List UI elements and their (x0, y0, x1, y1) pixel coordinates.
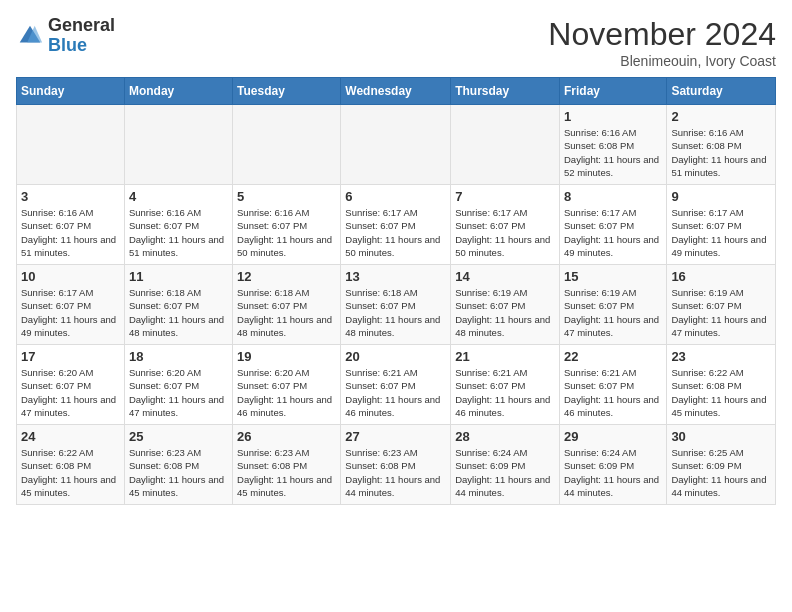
day-cell: 22Sunrise: 6:21 AM Sunset: 6:07 PM Dayli… (559, 345, 666, 425)
logo-text: General Blue (48, 16, 115, 56)
location: Blenimeouin, Ivory Coast (548, 53, 776, 69)
day-cell: 15Sunrise: 6:19 AM Sunset: 6:07 PM Dayli… (559, 265, 666, 345)
day-info: Sunrise: 6:17 AM Sunset: 6:07 PM Dayligh… (21, 286, 120, 339)
logo: General Blue (16, 16, 115, 56)
day-info: Sunrise: 6:16 AM Sunset: 6:07 PM Dayligh… (21, 206, 120, 259)
col-header-monday: Monday (124, 78, 232, 105)
day-info: Sunrise: 6:16 AM Sunset: 6:08 PM Dayligh… (564, 126, 662, 179)
day-info: Sunrise: 6:23 AM Sunset: 6:08 PM Dayligh… (237, 446, 336, 499)
day-number: 11 (129, 269, 228, 284)
week-row-1: 1Sunrise: 6:16 AM Sunset: 6:08 PM Daylig… (17, 105, 776, 185)
day-number: 14 (455, 269, 555, 284)
day-cell: 13Sunrise: 6:18 AM Sunset: 6:07 PM Dayli… (341, 265, 451, 345)
day-number: 1 (564, 109, 662, 124)
page-header: General Blue November 2024 Blenimeouin, … (16, 16, 776, 69)
day-cell: 11Sunrise: 6:18 AM Sunset: 6:07 PM Dayli… (124, 265, 232, 345)
day-cell (17, 105, 125, 185)
day-number: 28 (455, 429, 555, 444)
calendar-table: SundayMondayTuesdayWednesdayThursdayFrid… (16, 77, 776, 505)
day-number: 9 (671, 189, 771, 204)
day-number: 21 (455, 349, 555, 364)
day-cell: 16Sunrise: 6:19 AM Sunset: 6:07 PM Dayli… (667, 265, 776, 345)
day-info: Sunrise: 6:16 AM Sunset: 6:08 PM Dayligh… (671, 126, 771, 179)
col-header-sunday: Sunday (17, 78, 125, 105)
col-header-saturday: Saturday (667, 78, 776, 105)
day-cell: 17Sunrise: 6:20 AM Sunset: 6:07 PM Dayli… (17, 345, 125, 425)
day-number: 22 (564, 349, 662, 364)
day-cell: 18Sunrise: 6:20 AM Sunset: 6:07 PM Dayli… (124, 345, 232, 425)
day-cell: 30Sunrise: 6:25 AM Sunset: 6:09 PM Dayli… (667, 425, 776, 505)
day-cell: 7Sunrise: 6:17 AM Sunset: 6:07 PM Daylig… (451, 185, 560, 265)
day-cell: 2Sunrise: 6:16 AM Sunset: 6:08 PM Daylig… (667, 105, 776, 185)
day-info: Sunrise: 6:17 AM Sunset: 6:07 PM Dayligh… (455, 206, 555, 259)
week-row-2: 3Sunrise: 6:16 AM Sunset: 6:07 PM Daylig… (17, 185, 776, 265)
day-number: 19 (237, 349, 336, 364)
day-cell: 14Sunrise: 6:19 AM Sunset: 6:07 PM Dayli… (451, 265, 560, 345)
day-info: Sunrise: 6:19 AM Sunset: 6:07 PM Dayligh… (564, 286, 662, 339)
day-number: 15 (564, 269, 662, 284)
day-number: 25 (129, 429, 228, 444)
day-info: Sunrise: 6:23 AM Sunset: 6:08 PM Dayligh… (345, 446, 446, 499)
day-info: Sunrise: 6:22 AM Sunset: 6:08 PM Dayligh… (671, 366, 771, 419)
day-cell: 27Sunrise: 6:23 AM Sunset: 6:08 PM Dayli… (341, 425, 451, 505)
day-cell: 24Sunrise: 6:22 AM Sunset: 6:08 PM Dayli… (17, 425, 125, 505)
day-info: Sunrise: 6:21 AM Sunset: 6:07 PM Dayligh… (564, 366, 662, 419)
day-cell (341, 105, 451, 185)
day-cell: 6Sunrise: 6:17 AM Sunset: 6:07 PM Daylig… (341, 185, 451, 265)
week-row-5: 24Sunrise: 6:22 AM Sunset: 6:08 PM Dayli… (17, 425, 776, 505)
day-info: Sunrise: 6:24 AM Sunset: 6:09 PM Dayligh… (455, 446, 555, 499)
day-number: 17 (21, 349, 120, 364)
col-header-tuesday: Tuesday (233, 78, 341, 105)
day-number: 20 (345, 349, 446, 364)
day-cell: 4Sunrise: 6:16 AM Sunset: 6:07 PM Daylig… (124, 185, 232, 265)
col-header-wednesday: Wednesday (341, 78, 451, 105)
day-info: Sunrise: 6:18 AM Sunset: 6:07 PM Dayligh… (345, 286, 446, 339)
day-info: Sunrise: 6:20 AM Sunset: 6:07 PM Dayligh… (21, 366, 120, 419)
day-number: 27 (345, 429, 446, 444)
day-number: 30 (671, 429, 771, 444)
col-header-friday: Friday (559, 78, 666, 105)
day-info: Sunrise: 6:25 AM Sunset: 6:09 PM Dayligh… (671, 446, 771, 499)
day-cell: 10Sunrise: 6:17 AM Sunset: 6:07 PM Dayli… (17, 265, 125, 345)
calendar-header-row: SundayMondayTuesdayWednesdayThursdayFrid… (17, 78, 776, 105)
day-cell (233, 105, 341, 185)
day-cell: 25Sunrise: 6:23 AM Sunset: 6:08 PM Dayli… (124, 425, 232, 505)
day-number: 10 (21, 269, 120, 284)
col-header-thursday: Thursday (451, 78, 560, 105)
day-number: 5 (237, 189, 336, 204)
day-cell: 9Sunrise: 6:17 AM Sunset: 6:07 PM Daylig… (667, 185, 776, 265)
day-info: Sunrise: 6:19 AM Sunset: 6:07 PM Dayligh… (455, 286, 555, 339)
day-number: 16 (671, 269, 771, 284)
day-number: 24 (21, 429, 120, 444)
day-cell: 1Sunrise: 6:16 AM Sunset: 6:08 PM Daylig… (559, 105, 666, 185)
day-info: Sunrise: 6:23 AM Sunset: 6:08 PM Dayligh… (129, 446, 228, 499)
day-cell: 3Sunrise: 6:16 AM Sunset: 6:07 PM Daylig… (17, 185, 125, 265)
day-info: Sunrise: 6:21 AM Sunset: 6:07 PM Dayligh… (345, 366, 446, 419)
day-info: Sunrise: 6:16 AM Sunset: 6:07 PM Dayligh… (237, 206, 336, 259)
month-title: November 2024 (548, 16, 776, 53)
day-number: 29 (564, 429, 662, 444)
day-number: 13 (345, 269, 446, 284)
day-number: 4 (129, 189, 228, 204)
day-cell: 19Sunrise: 6:20 AM Sunset: 6:07 PM Dayli… (233, 345, 341, 425)
day-cell: 23Sunrise: 6:22 AM Sunset: 6:08 PM Dayli… (667, 345, 776, 425)
day-info: Sunrise: 6:18 AM Sunset: 6:07 PM Dayligh… (129, 286, 228, 339)
day-info: Sunrise: 6:22 AM Sunset: 6:08 PM Dayligh… (21, 446, 120, 499)
week-row-3: 10Sunrise: 6:17 AM Sunset: 6:07 PM Dayli… (17, 265, 776, 345)
day-cell: 28Sunrise: 6:24 AM Sunset: 6:09 PM Dayli… (451, 425, 560, 505)
day-cell: 20Sunrise: 6:21 AM Sunset: 6:07 PM Dayli… (341, 345, 451, 425)
day-cell: 5Sunrise: 6:16 AM Sunset: 6:07 PM Daylig… (233, 185, 341, 265)
day-number: 3 (21, 189, 120, 204)
day-info: Sunrise: 6:20 AM Sunset: 6:07 PM Dayligh… (129, 366, 228, 419)
day-info: Sunrise: 6:17 AM Sunset: 6:07 PM Dayligh… (564, 206, 662, 259)
day-info: Sunrise: 6:24 AM Sunset: 6:09 PM Dayligh… (564, 446, 662, 499)
day-number: 26 (237, 429, 336, 444)
day-number: 23 (671, 349, 771, 364)
day-number: 7 (455, 189, 555, 204)
day-number: 2 (671, 109, 771, 124)
logo-icon (16, 22, 44, 50)
day-info: Sunrise: 6:18 AM Sunset: 6:07 PM Dayligh… (237, 286, 336, 339)
day-cell: 8Sunrise: 6:17 AM Sunset: 6:07 PM Daylig… (559, 185, 666, 265)
day-cell: 21Sunrise: 6:21 AM Sunset: 6:07 PM Dayli… (451, 345, 560, 425)
day-cell: 29Sunrise: 6:24 AM Sunset: 6:09 PM Dayli… (559, 425, 666, 505)
